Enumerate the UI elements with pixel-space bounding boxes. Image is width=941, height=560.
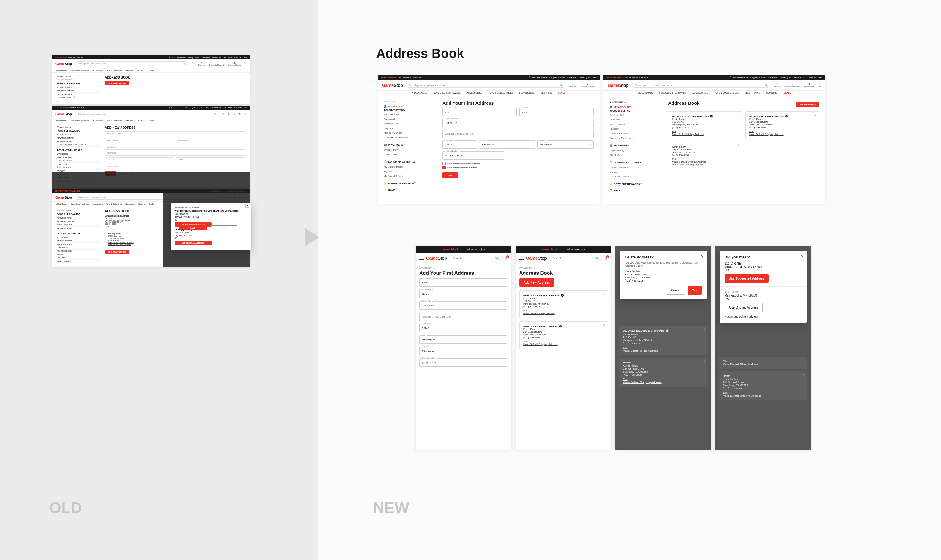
first-name-field[interactable] xyxy=(419,278,508,287)
close-icon[interactable]: × xyxy=(245,204,249,208)
sidebar-item[interactable]: Personal Data xyxy=(384,112,436,117)
close-icon[interactable]: × xyxy=(737,144,739,148)
city-field[interactable] xyxy=(479,140,535,149)
sidebar-item[interactable]: Customer Preferences xyxy=(384,135,436,140)
nav-item[interactable]: Accessories xyxy=(93,69,103,71)
cancel-button[interactable]: CANCEL xyxy=(210,226,238,231)
topbar-link[interactable]: Gift Cards xyxy=(224,56,232,58)
sidebar-item[interactable]: Manage Devices xyxy=(384,131,436,135)
gamestop-logo[interactable]: GameStop xyxy=(56,112,72,116)
menu-icon[interactable] xyxy=(518,257,523,260)
sidebar-item[interactable]: DIGITAL LOCKER xyxy=(57,93,100,96)
sidebar-item[interactable]: ACTIVE OFFERS xyxy=(57,86,100,89)
chevron-down-icon: ▾ xyxy=(503,349,505,352)
address2-field[interactable] xyxy=(443,130,594,138)
nav-item[interactable]: Electronics xyxy=(125,69,134,71)
search-input[interactable]: Search games, consoles and more🔍 xyxy=(75,61,189,66)
cart-icon[interactable]: 🛒1 xyxy=(604,257,608,260)
nav-item[interactable]: Deals xyxy=(149,69,154,71)
default-billing-checkbox[interactable]: ✓Set as Default Billing Address xyxy=(443,166,594,169)
close-icon[interactable]: × xyxy=(703,360,705,363)
topbar-link[interactable]: Check an Order xyxy=(234,56,247,58)
save-button[interactable]: SAVE xyxy=(179,226,207,231)
zip-field[interactable] xyxy=(419,324,508,332)
search-input[interactable]: Search games, consoles and more🔍 xyxy=(406,83,565,88)
search-input[interactable]: Search🔍 xyxy=(449,255,502,261)
first-name-field[interactable] xyxy=(443,108,517,117)
sidebar-item[interactable]: Password xyxy=(384,117,436,122)
cart-icon[interactable]: 🛒1 xyxy=(504,257,508,260)
rewards-link[interactable]: ★PowerUp Rewards xyxy=(580,83,595,88)
sidebar-item[interactable]: Address Book xyxy=(384,122,436,126)
sidebar-item[interactable]: Payment xyxy=(384,126,436,131)
nav-item[interactable]: Clothing xyxy=(139,69,145,71)
state-select[interactable]: Minnesota▾ xyxy=(537,140,594,149)
gamestop-logo[interactable]: GameStop xyxy=(56,62,72,66)
search-input[interactable]: Search games, consoles and more🔍 xyxy=(75,111,219,116)
default-shipping-checkbox[interactable]: Set as Default Shipping Address xyxy=(443,162,594,165)
close-icon[interactable]: × xyxy=(703,328,705,331)
svg-point-2 xyxy=(561,294,564,297)
phone-field[interactable] xyxy=(419,358,508,366)
edit-link[interactable]: EDIT xyxy=(105,226,109,228)
street-field[interactable] xyxy=(419,301,508,309)
city-field[interactable] xyxy=(419,335,508,344)
edit-link[interactable]: Edit xyxy=(672,130,738,133)
nav-item[interactable]: Video Games xyxy=(56,69,67,71)
return-edit-link[interactable]: Return and edit my address xyxy=(725,315,802,318)
add-new-address-button[interactable]: ADD NEW ADDRESS xyxy=(105,81,129,85)
sidebar-item[interactable]: REWARDS ACTIVITY xyxy=(57,96,100,100)
use-original-button[interactable]: Use Original Address xyxy=(725,303,763,312)
tradeins-link[interactable]: ♻Trade-Ins xyxy=(197,62,205,66)
rewards-link[interactable]: ★PowerUp Rewards xyxy=(209,62,225,66)
last-name-field[interactable] xyxy=(519,108,594,117)
mobile-row: FREE shipping on orders over $35 GameSto… xyxy=(416,246,811,450)
chevron-down-icon[interactable]: ⌄ xyxy=(515,352,611,356)
add-new-address-button[interactable]: Add New Address xyxy=(796,102,819,107)
close-icon[interactable]: × xyxy=(701,254,703,259)
gamestop-logo[interactable]: GameStop xyxy=(382,83,403,88)
close-icon[interactable]: × xyxy=(603,292,605,296)
close-icon[interactable]: × xyxy=(815,113,816,117)
zip-field[interactable] xyxy=(443,140,477,149)
cart-link[interactable]: 🛒 xyxy=(244,62,247,66)
last-name-field[interactable]: LAST NAME * xyxy=(176,138,245,143)
add-new-address-button[interactable]: ADD NEW ADDRESS xyxy=(105,250,129,254)
first-name-field[interactable]: FIRST NAME * xyxy=(105,138,174,143)
close-icon[interactable]: × xyxy=(803,373,805,376)
nav-item[interactable]: Consoles & Hardware xyxy=(71,69,89,71)
use-original-button[interactable]: USE ORIGINAL ADDRESS xyxy=(174,241,211,245)
close-icon[interactable]: × xyxy=(603,323,605,327)
address1-field[interactable]: ADDRESS 1 * xyxy=(105,145,245,150)
phone-field[interactable]: PHONE NUMBER * xyxy=(105,164,245,169)
nav-item[interactable]: Toys & Collectibles xyxy=(106,69,122,71)
cancel-button[interactable]: Cancel xyxy=(666,286,685,295)
save-button[interactable]: Save xyxy=(443,172,458,178)
menu-icon[interactable] xyxy=(419,257,424,260)
street-field[interactable] xyxy=(443,119,594,127)
return-edit-link[interactable]: Return and edit my address xyxy=(174,206,247,209)
make-default-billing-link[interactable]: Make Default Billing Address xyxy=(672,133,738,135)
account-link[interactable]: 👤Sign up/Sign in xyxy=(228,62,241,66)
sidebar-item[interactable]: REWARDS CENTER xyxy=(57,89,100,93)
address-title-field[interactable]: ADDRESS TITLE * xyxy=(105,131,245,136)
gamestop-logo[interactable]: GameStop xyxy=(56,195,72,199)
city-field[interactable]: CITY * xyxy=(176,157,245,162)
search-icon-btn[interactable]: 🔍 xyxy=(192,62,194,66)
add-new-address-button[interactable]: Add New Address xyxy=(519,278,554,287)
close-icon[interactable]: × xyxy=(801,254,804,259)
state-select[interactable]: Minnesota▾ xyxy=(419,347,508,355)
gamestop-logo[interactable]: GameStop xyxy=(608,83,629,88)
country-field[interactable]: United States xyxy=(105,157,174,162)
store-locator[interactable]: 📍 Ross Henderson Shopping Center - GameS… xyxy=(168,56,210,58)
topbar-link[interactable]: Weekly Ad xyxy=(212,56,221,58)
gamestop-logo[interactable]: GameStop xyxy=(426,256,447,261)
address2-field[interactable]: ADDRESS 2 xyxy=(105,151,245,155)
confirm-delete-button[interactable]: Yes xyxy=(688,286,702,295)
close-icon[interactable]: × xyxy=(737,113,739,117)
phone-field[interactable] xyxy=(443,151,504,160)
tradeins-link[interactable]: ♻Trade-Ins xyxy=(569,83,576,88)
address2-field[interactable] xyxy=(419,313,508,321)
last-name-field[interactable] xyxy=(419,290,508,298)
use-suggested-button[interactable]: Use Suggested Address xyxy=(725,274,769,283)
